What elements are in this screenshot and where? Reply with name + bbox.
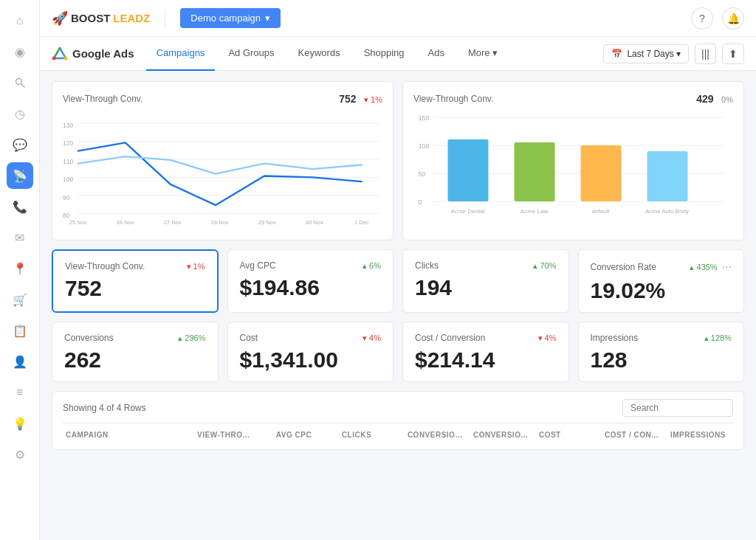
metric-label-6: Cost / Conversion (415, 333, 485, 343)
metric-header-0: View-Through Conv. ▾ 1% (65, 261, 205, 271)
calendar-icon: 📅 (611, 49, 622, 59)
question-icon: ? (699, 13, 705, 24)
sidebar-item-email[interactable]: ✉ (7, 224, 33, 251)
date-range-button[interactable]: 📅 Last 7 Days ▾ (603, 44, 689, 63)
demo-campaign-label: Demo campaign (190, 13, 261, 24)
date-range-label: Last 7 Days ▾ (627, 49, 681, 59)
metric-card-cost[interactable]: Cost ▾ 4% $1,341.00 (227, 322, 394, 382)
th-conversions-2[interactable]: CONVERSIO... (470, 428, 536, 442)
sidebar-item-list[interactable]: ≡ (7, 379, 33, 406)
notification-button[interactable]: 🔔 (722, 7, 744, 30)
metric-value-0: 752 (65, 277, 205, 300)
table-area: Showing 4 of 4 Rows CAMPAIGN VIEW-THRO..… (52, 391, 744, 450)
metric-change-0: ▾ 1% (187, 262, 205, 271)
svg-text:29 Nov: 29 Nov (258, 219, 276, 226)
share-button[interactable]: ⬆ (722, 44, 744, 64)
sidebar-item-doc[interactable]: 📋 (7, 317, 33, 344)
bell-icon: 🔔 (727, 13, 740, 24)
table-search-input[interactable] (622, 399, 733, 417)
metric-dots-button[interactable]: ··· (722, 260, 732, 274)
sidebar-item-chat[interactable]: 💬 (7, 131, 33, 158)
line-chart-change: ▾ 1% (364, 95, 382, 104)
metric-card-conversions[interactable]: Conversions ▴ 296% 262 (52, 322, 219, 382)
svg-text:130: 130 (63, 122, 73, 129)
svg-text:default: default (591, 208, 610, 215)
tab-campaigns[interactable]: Campaigns (146, 37, 216, 71)
svg-rect-35 (581, 145, 622, 201)
th-impressions[interactable]: IMPRESSIONS (667, 428, 733, 442)
sidebar-item-phone[interactable]: 📞 (7, 193, 33, 220)
line-chart-title: View-Through Conv. (63, 94, 142, 104)
metric-value-3: 19.02% (591, 280, 732, 302)
th-campaign[interactable]: CAMPAIGN (63, 428, 194, 442)
metric-value-2: 194 (415, 277, 557, 299)
svg-text:150: 150 (419, 114, 430, 122)
line-chart-value-area: 752 ▾ 1% (339, 92, 382, 105)
tab-ad-groups[interactable]: Ad Groups (218, 37, 284, 71)
sidebar-item-location[interactable]: 📍 (7, 255, 33, 282)
line-chart-svg: 80 90 100 110 120 130 (63, 111, 382, 229)
sidebar-item-signal[interactable]: 📡 (7, 162, 33, 189)
metrics-row-1: View-Through Conv. ▾ 1% 752 Avg CPC ▴ 6%… (52, 249, 744, 313)
help-button[interactable]: ? (691, 7, 713, 30)
metric-change-7: ▴ 128% (704, 333, 732, 343)
tab-more[interactable]: More ▾ (458, 37, 508, 71)
line-chart-svg-area: 80 90 100 110 120 130 (63, 111, 382, 229)
metric-card-conversion-rate[interactable]: Conversion Rate ▴ 435% ··· 19.02% (578, 249, 745, 313)
sidebar-item-user[interactable]: 👤 (7, 348, 33, 375)
metric-header-2: Clicks ▴ 70% (415, 260, 557, 271)
metric-card-avg-cpc[interactable]: Avg CPC ▴ 6% $194.86 (227, 249, 394, 313)
th-clicks[interactable]: CLICKS (339, 428, 405, 442)
line-chart-header: View-Through Conv. 752 ▾ 1% (63, 92, 382, 105)
metric-change-5: ▾ 4% (362, 333, 381, 343)
metric-card-clicks[interactable]: Clicks ▴ 70% 194 (402, 249, 569, 313)
metric-header-7: Impressions ▴ 128% (591, 333, 732, 343)
bar-chart-title: View-Through Conv. (413, 94, 493, 104)
bar-chart-value: 429 (696, 93, 713, 105)
svg-line-1 (21, 84, 24, 87)
sidebar-item-cart[interactable]: 🛒 (7, 286, 33, 313)
metric-value-1: $194.86 (240, 277, 382, 299)
table-row-info: Showing 4 of 4 Rows (63, 403, 146, 413)
google-ads-nav: Google Ads Campaigns Ad Groups Keywords … (40, 37, 756, 71)
metric-value-5: $1,341.00 (240, 349, 382, 371)
metric-card-impressions[interactable]: Impressions ▴ 128% 128 (578, 322, 745, 382)
th-avg-cpc[interactable]: AVG CPC (273, 428, 339, 442)
svg-text:0: 0 (419, 198, 422, 206)
th-cost-per-conv[interactable]: COST / CON... (602, 428, 667, 442)
metric-header-5: Cost ▾ 4% (240, 333, 382, 343)
svg-text:28 Nov: 28 Nov (211, 219, 229, 226)
tab-keywords[interactable]: Keywords (288, 37, 351, 71)
svg-text:Acme Auto Body: Acme Auto Body (645, 208, 689, 215)
svg-text:25 Nov: 25 Nov (69, 219, 87, 226)
th-view-through[interactable]: VIEW-THRO... (194, 428, 273, 442)
th-cost[interactable]: COST (536, 428, 602, 442)
metric-card-view-through[interactable]: View-Through Conv. ▾ 1% 752 (52, 249, 219, 313)
metric-card-cost-per-conversion[interactable]: Cost / Conversion ▾ 4% $214.14 (402, 322, 569, 382)
sidebar-item-circle[interactable]: ◉ (7, 38, 33, 65)
sidebar-item-home[interactable]: ⌂ (7, 7, 33, 34)
bar-chart-card: View-Through Conv. 429 0% 150 100 50 0 (402, 81, 744, 240)
table-headers: CAMPAIGN VIEW-THRO... AVG CPC CLICKS CON… (63, 423, 733, 442)
th-conversions-1[interactable]: CONVERSIO... (405, 428, 470, 442)
sidebar-item-bulb[interactable]: 💡 (7, 410, 33, 437)
demo-campaign-button[interactable]: Demo campaign ▾ (180, 8, 281, 28)
metric-value-7: 128 (591, 349, 732, 371)
columns-button[interactable]: ||| (695, 44, 716, 64)
metric-change-2: ▴ 70% (533, 261, 556, 271)
svg-rect-33 (515, 142, 555, 201)
sidebar-item-search[interactable] (7, 69, 33, 96)
share-icon: ⬆ (729, 48, 738, 60)
metric-label-1: Avg CPC (240, 260, 276, 271)
google-ads-logo: Google Ads (52, 46, 134, 62)
tab-ads[interactable]: Ads (418, 37, 455, 71)
tab-shopping[interactable]: Shopping (354, 37, 415, 71)
logo-icon: 🚀 (52, 10, 68, 27)
metric-label-0: View-Through Conv. (65, 261, 145, 271)
svg-text:Acme Law: Acme Law (520, 208, 549, 215)
svg-point-2 (64, 56, 68, 60)
svg-text:30 Nov: 30 Nov (306, 219, 323, 226)
metric-change-3: ▴ 435% (690, 263, 717, 272)
sidebar-item-clock[interactable]: ◷ (7, 100, 33, 127)
sidebar-item-settings[interactable]: ⚙ (7, 441, 33, 468)
